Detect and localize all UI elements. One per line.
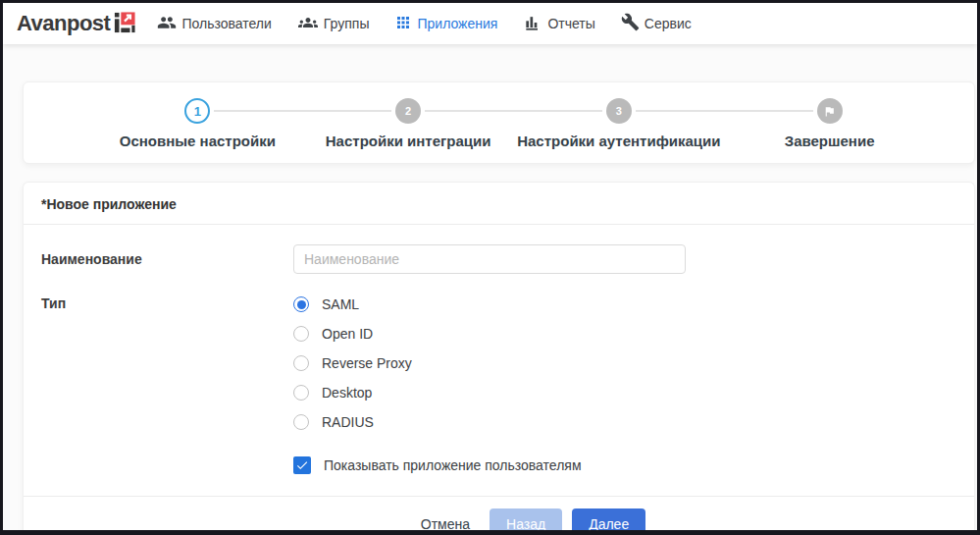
groups-icon: [297, 13, 319, 35]
type-field-row: Тип SAML Open ID Reverse Proxy: [41, 290, 956, 437]
form-body: Наименование Тип SAML Open ID: [24, 225, 974, 474]
users-icon: [157, 13, 177, 35]
top-navbar: Avanpost Пользователи: [3, 3, 977, 44]
radio-option-label: SAML: [322, 296, 359, 312]
nav-item-label: Отчеты: [547, 16, 594, 31]
step-number-badge: 2: [395, 98, 421, 124]
step-basic-settings[interactable]: 1 Основные настройки: [92, 98, 303, 149]
show-to-users-checkbox-row[interactable]: Показывать приложение пользователям: [293, 456, 956, 474]
step-label: Настройки аутентификации: [517, 133, 720, 149]
radio-icon: [293, 355, 309, 371]
app-window: Avanpost Пользователи: [0, 0, 980, 535]
next-button[interactable]: Далее: [572, 508, 645, 535]
radio-option-radius[interactable]: RADIUS: [293, 407, 412, 437]
name-input[interactable]: [293, 244, 686, 274]
bar-chart-icon: [523, 13, 542, 35]
step-integration-settings[interactable]: 2 Настройки интеграции: [303, 98, 514, 149]
step-number-badge: 1: [184, 98, 210, 124]
avanpost-logo-icon: [114, 12, 135, 37]
radio-option-openid[interactable]: Open ID: [293, 319, 412, 348]
app-type-radio-group: SAML Open ID Reverse Proxy Desktop: [293, 290, 412, 437]
form-title: *Новое приложение: [24, 183, 974, 225]
nav-item-service[interactable]: Сервис: [621, 13, 692, 34]
radio-option-reverse-proxy[interactable]: Reverse Proxy: [293, 348, 412, 378]
name-field-row: Наименование: [41, 244, 956, 274]
cancel-link[interactable]: Отмена: [421, 516, 470, 532]
nav-item-users[interactable]: Пользователи: [157, 13, 271, 35]
nav-item-label: Группы: [324, 16, 370, 31]
radio-icon: [293, 414, 309, 430]
new-application-form-card: *Новое приложение Наименование Тип SAML: [23, 182, 975, 535]
radio-icon: [293, 296, 309, 312]
name-field-label: Наименование: [41, 244, 293, 274]
checked-checkbox-icon[interactable]: [293, 456, 311, 474]
nav-item-label: Сервис: [645, 16, 692, 31]
radio-option-label: Open ID: [322, 326, 373, 342]
brand-name: Avanpost: [17, 11, 110, 36]
step-number-badge: 3: [606, 98, 632, 124]
avanpost-logo[interactable]: Avanpost: [17, 10, 135, 37]
radio-option-label: RADIUS: [322, 414, 374, 430]
wizard-steps: 1 Основные настройки 2 Настройки интегра…: [92, 98, 935, 149]
form-footer: Отмена Назад Далее: [24, 496, 974, 535]
nav-item-label: Приложения: [417, 16, 497, 31]
flag-icon: [817, 98, 843, 124]
nav-item-applications[interactable]: Приложения: [394, 14, 497, 34]
radio-option-label: Desktop: [322, 385, 372, 401]
step-label: Завершение: [785, 133, 875, 149]
nav-item-groups[interactable]: Группы: [297, 13, 370, 35]
radio-option-saml[interactable]: SAML: [293, 290, 412, 319]
wizard-stepper-card: 1 Основные настройки 2 Настройки интегра…: [23, 81, 975, 164]
checkbox-label: Показывать приложение пользователям: [324, 457, 582, 473]
radio-icon: [293, 326, 309, 342]
step-label: Настройки интеграции: [326, 133, 491, 149]
apps-grid-icon: [394, 14, 412, 34]
nav-item-reports[interactable]: Отчеты: [523, 13, 594, 35]
radio-option-label: Reverse Proxy: [322, 355, 412, 371]
step-label: Основные настройки: [120, 133, 276, 149]
type-field-label: Тип: [41, 290, 293, 437]
step-finish[interactable]: Завершение: [724, 98, 935, 149]
radio-icon: [293, 385, 309, 401]
radio-option-desktop[interactable]: Desktop: [293, 378, 412, 407]
back-button[interactable]: Назад: [490, 508, 562, 535]
wrench-icon: [621, 13, 640, 34]
nav-item-label: Пользователи: [181, 16, 271, 31]
step-authentication-settings[interactable]: 3 Настройки аутентификации: [514, 98, 725, 149]
main-menu: Пользователи Группы Приложения Отчеты: [157, 13, 691, 35]
main-content: 1 Основные настройки 2 Настройки интегра…: [3, 44, 977, 535]
